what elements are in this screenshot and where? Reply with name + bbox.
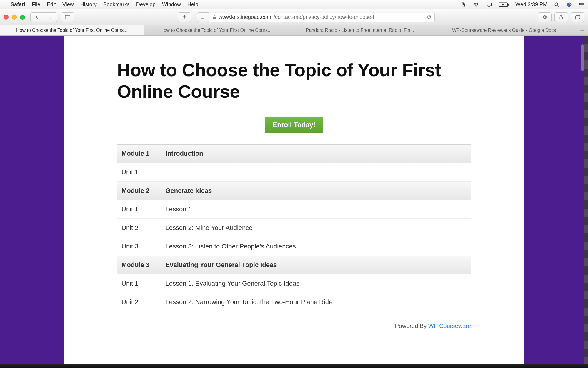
fullscreen-window-button[interactable] <box>20 15 25 20</box>
enroll-wrap: Enroll Today! <box>117 117 471 133</box>
row-title: Lesson 1. Evaluating Your General Topic … <box>161 274 471 293</box>
back-button[interactable] <box>30 12 44 22</box>
unit-row[interactable]: Unit 2Lesson 2. Narrowing Your Topic:The… <box>117 293 471 311</box>
module-row: Module 1Introduction <box>117 145 471 163</box>
row-label: Unit 2 <box>117 219 161 237</box>
svg-point-4 <box>567 2 572 7</box>
scrollbar-thumb[interactable] <box>581 44 584 71</box>
page-title: How to Choose the Topic of Your First On… <box>117 59 471 102</box>
toolbar-right <box>538 12 584 22</box>
address-bar[interactable]: www.kristinegoad.com/contact-me/privacy-… <box>209 12 435 22</box>
powered-by-text: Powered By <box>395 323 428 329</box>
extension-icon[interactable] <box>178 12 191 22</box>
notification-center-icon[interactable] <box>579 2 585 8</box>
powered-by: Powered By WP Courseware <box>117 323 471 329</box>
menu-edit[interactable]: Edit <box>47 1 56 8</box>
menu-develop[interactable]: Develop <box>136 1 156 8</box>
desktop-peek <box>584 36 588 368</box>
course-outline-table: Module 1IntroductionUnit 1Module 2Genera… <box>117 144 471 311</box>
reload-icon[interactable] <box>427 15 432 19</box>
battery-charging-icon[interactable] <box>499 2 509 7</box>
forward-button[interactable] <box>44 12 57 22</box>
menubar-left: Safari File Edit View History Bookmarks … <box>3 1 198 8</box>
svg-point-8 <box>579 6 580 6</box>
svg-rect-10 <box>213 17 216 19</box>
module-row: Module 2Generate Ideas <box>117 182 471 200</box>
menu-window[interactable]: Window <box>162 1 181 8</box>
row-title: Evaluating Your General Topic Ideas <box>161 256 471 274</box>
reader-button[interactable] <box>197 12 209 22</box>
clock[interactable]: Wed 3:39 PM <box>515 1 547 8</box>
unit-row[interactable]: Unit 3Lesson 3: Listen to Other People's… <box>117 237 471 256</box>
unit-row[interactable]: Unit 1 <box>117 163 471 182</box>
page-viewport: How to Choose the Topic of Your First On… <box>0 36 588 368</box>
spotlight-search-icon[interactable] <box>554 2 560 8</box>
menu-bookmarks[interactable]: Bookmarks <box>103 1 130 8</box>
row-title: Lesson 1 <box>161 200 471 219</box>
row-label: Unit 1 <box>117 163 161 182</box>
address-bar-wrap: www.kristinegoad.com/contact-me/privacy-… <box>197 12 435 22</box>
window-controls <box>4 15 25 20</box>
row-title: Lesson 2. Narrowing Your Topic:The Two-H… <box>161 293 471 311</box>
dock-hint <box>0 364 588 368</box>
wp-courseware-link[interactable]: WP Courseware <box>428 323 471 329</box>
close-window-button[interactable] <box>4 15 9 20</box>
svg-point-0 <box>476 6 477 6</box>
module-row: Module 3Evaluating Your General Topic Id… <box>117 256 471 274</box>
row-label: Unit 2 <box>117 293 161 311</box>
tab-3[interactable]: WP-Courseware Reviewer's Guide - Google … <box>432 25 576 35</box>
row-title: Lesson 2: Mine Your Audience <box>161 219 471 237</box>
evernote-icon[interactable] <box>461 2 467 8</box>
row-title <box>161 163 471 182</box>
page-content: How to Choose the Topic of Your First On… <box>64 36 524 368</box>
svg-point-7 <box>579 4 580 5</box>
new-tab-button[interactable]: + <box>576 25 588 35</box>
menubar-right: Wed 3:39 PM <box>461 1 585 8</box>
nav-buttons <box>30 12 57 22</box>
unit-row[interactable]: Unit 1Lesson 1 <box>117 200 471 219</box>
tab-0[interactable]: How to Choose the Topic of Your First On… <box>0 25 144 35</box>
svg-rect-12 <box>576 16 579 19</box>
macos-menubar: Safari File Edit View History Bookmarks … <box>0 0 588 9</box>
downloads-button[interactable] <box>538 12 552 22</box>
menu-history[interactable]: History <box>80 1 97 8</box>
row-label: Unit 1 <box>117 274 161 293</box>
svg-point-3 <box>555 3 558 6</box>
tab-strip: How to Choose the Topic of Your First On… <box>0 25 588 36</box>
svg-rect-2 <box>508 4 509 6</box>
lock-icon <box>213 15 216 19</box>
menu-file[interactable]: File <box>32 1 40 8</box>
unit-row[interactable]: Unit 2Lesson 2: Mine Your Audience <box>117 219 471 237</box>
address-path: /contact-me/privacy-policy/how-to-choose… <box>274 14 374 20</box>
row-label: Module 1 <box>117 145 161 163</box>
menu-help[interactable]: Help <box>187 1 198 8</box>
minimize-window-button[interactable] <box>12 15 17 20</box>
address-host: www.kristinegoad.com <box>219 14 271 20</box>
svg-rect-9 <box>65 15 70 19</box>
row-title: Generate Ideas <box>161 182 471 200</box>
row-title: Lesson 3: Listen to Other People's Audie… <box>161 237 471 256</box>
safari-window: www.kristinegoad.com/contact-me/privacy-… <box>0 9 588 368</box>
app-name[interactable]: Safari <box>11 1 25 8</box>
svg-point-6 <box>579 3 580 4</box>
share-button[interactable] <box>554 12 568 22</box>
row-title: Introduction <box>161 145 471 163</box>
airplay-icon[interactable] <box>486 2 492 8</box>
row-label: Module 3 <box>117 256 161 274</box>
safari-toolbar: www.kristinegoad.com/contact-me/privacy-… <box>0 9 588 25</box>
sidebar-toggle-button[interactable] <box>61 12 74 22</box>
wifi-icon[interactable] <box>473 2 479 8</box>
tab-2[interactable]: Pandora Radio - Listen to Free Internet … <box>288 25 432 35</box>
row-label: Unit 1 <box>117 200 161 219</box>
tabs-overview-button[interactable] <box>571 12 584 22</box>
enroll-button[interactable]: Enroll Today! <box>265 117 323 133</box>
siri-icon[interactable] <box>566 2 572 8</box>
menu-view[interactable]: View <box>62 1 74 8</box>
row-label: Unit 3 <box>117 237 161 256</box>
row-label: Module 2 <box>117 182 161 200</box>
tab-1[interactable]: How to Choose the Topic of Your First On… <box>144 25 288 35</box>
unit-row[interactable]: Unit 1Lesson 1. Evaluating Your General … <box>117 274 471 293</box>
